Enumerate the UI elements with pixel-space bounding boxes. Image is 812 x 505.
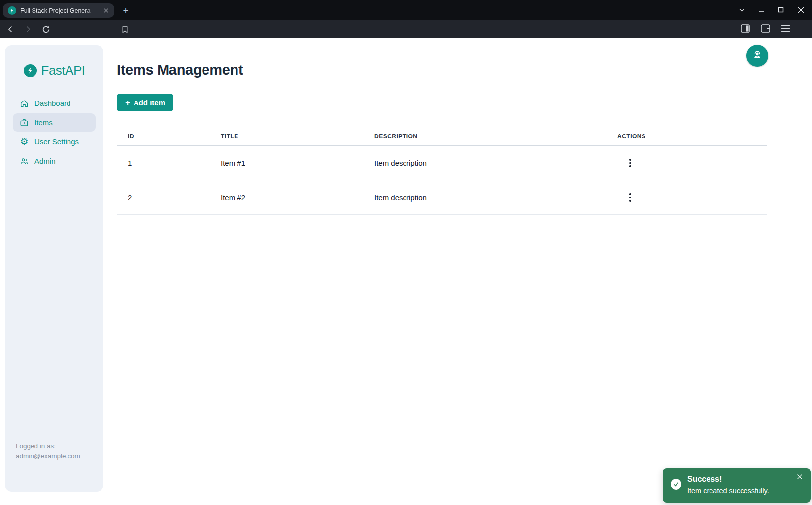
column-header-actions: ACTIONS <box>617 133 767 140</box>
sidebar-item-dashboard[interactable]: Dashboard <box>13 94 96 112</box>
sidebar-nav: Dashboard Items ⚙ User Settings Admin <box>5 94 103 170</box>
sidebar-item-label: User Settings <box>34 137 79 146</box>
cell-title: Item #1 <box>221 159 374 167</box>
row-actions-kebab-icon[interactable] <box>623 191 637 204</box>
sidebar-panel-icon[interactable] <box>741 24 750 34</box>
table-row: 2 Item #2 Item description <box>117 180 767 215</box>
home-icon <box>20 99 29 108</box>
add-item-button[interactable]: + Add Item <box>117 94 173 111</box>
column-header-title: TITLE <box>221 133 374 140</box>
add-item-label: Add Item <box>134 99 165 107</box>
gear-icon: ⚙ <box>20 137 29 146</box>
tab-title: Full Stack Project Genera <box>20 7 102 14</box>
tab-close-icon[interactable] <box>102 6 110 15</box>
logged-in-label: Logged in as: <box>16 441 80 451</box>
browser-tab[interactable]: Full Stack Project Genera <box>3 3 114 18</box>
table-row: 1 Item #1 Item description <box>117 146 767 180</box>
support-agent-icon <box>751 49 763 63</box>
tab-search-chevron-icon[interactable] <box>735 3 748 16</box>
sidebar-item-admin[interactable]: Admin <box>13 152 96 170</box>
window-controls <box>735 0 807 20</box>
cell-description: Item description <box>374 159 617 167</box>
cell-description: Item description <box>374 193 617 202</box>
toast-close-icon[interactable] <box>795 472 805 482</box>
browser-tab-bar: Full Stack Project Genera + <box>0 0 812 20</box>
success-toast: Success! Item created successfully. <box>663 468 811 503</box>
app-logo: FastAPI <box>5 45 103 78</box>
page-content: FastAPI Dashboard Items ⚙ User Settings <box>0 38 812 505</box>
users-icon <box>20 157 29 166</box>
sidebar: FastAPI Dashboard Items ⚙ User Settings <box>5 45 103 492</box>
new-tab-button[interactable]: + <box>119 4 132 17</box>
tab-favicon-icon <box>8 6 16 15</box>
cell-title: Item #2 <box>221 193 374 202</box>
table-header-row: ID TITLE DESCRIPTION ACTIONS <box>117 127 767 146</box>
close-window-button[interactable] <box>794 3 807 16</box>
sidebar-item-label: Admin <box>34 157 56 165</box>
user-avatar-button[interactable] <box>746 45 768 67</box>
toast-message: Item created successfully. <box>687 487 769 495</box>
sidebar-item-label: Dashboard <box>34 99 70 107</box>
back-button[interactable] <box>4 23 17 35</box>
check-circle-icon <box>671 479 681 490</box>
toast-title: Success! <box>687 475 722 484</box>
app-logo-text: FastAPI <box>41 63 85 78</box>
briefcase-icon <box>20 118 29 127</box>
sidebar-item-label: Items <box>34 118 53 127</box>
row-actions-kebab-icon[interactable] <box>623 156 637 170</box>
wallet-icon[interactable] <box>761 24 770 34</box>
browser-toolbar: i localhost/items 1 <box>0 20 812 38</box>
column-header-id: ID <box>117 133 221 140</box>
bookmark-icon[interactable] <box>118 23 131 35</box>
minimize-button[interactable] <box>755 3 768 16</box>
column-header-description: DESCRIPTION <box>374 133 617 140</box>
cell-id: 1 <box>117 159 221 167</box>
menu-hamburger-icon[interactable] <box>781 25 790 34</box>
sidebar-item-user-settings[interactable]: ⚙ User Settings <box>13 133 96 151</box>
sidebar-item-items[interactable]: Items <box>13 113 96 132</box>
maximize-button[interactable] <box>775 3 787 16</box>
reload-button[interactable] <box>39 23 52 35</box>
page-title: Items Management <box>117 62 243 78</box>
logged-in-email: admin@example.com <box>16 451 80 461</box>
items-table: ID TITLE DESCRIPTION ACTIONS 1 Item #1 I… <box>117 127 767 215</box>
logged-in-info: Logged in as: admin@example.com <box>16 441 80 461</box>
plus-icon: + <box>125 99 130 107</box>
cell-id: 2 <box>117 193 221 202</box>
forward-button[interactable] <box>22 23 34 35</box>
fastapi-logo-icon <box>24 64 37 77</box>
